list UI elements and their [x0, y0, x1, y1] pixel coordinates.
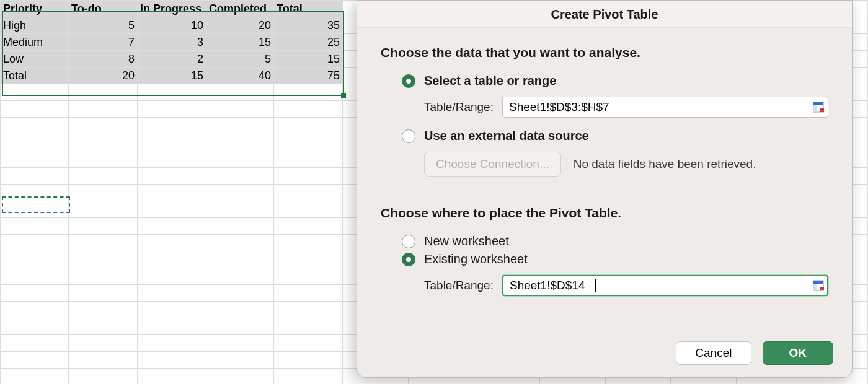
option-existing-worksheet[interactable]: Existing worksheet	[402, 252, 828, 266]
data-cell[interactable]: 15	[138, 68, 206, 84]
row-label-cell[interactable]: Medium	[1, 34, 69, 51]
data-cell[interactable]: 10	[138, 17, 206, 34]
header-cell[interactable]: Priority	[1, 1, 69, 17]
data-cell[interactable]: 20	[206, 17, 274, 34]
section-choose-placement: Choose where to place the Pivot Table.	[381, 206, 828, 220]
header-cell[interactable]: Completed	[206, 1, 274, 17]
header-cell[interactable]: Total	[274, 1, 343, 17]
dialog-title: Create Pivot Table	[357, 1, 852, 28]
no-data-fields-hint: No data fields have been retrieved.	[574, 157, 756, 171]
section-choose-data: Choose the data that you want to analyse…	[381, 45, 828, 60]
text-cursor-icon	[595, 279, 596, 292]
source-range-input[interactable]	[502, 97, 828, 118]
destination-range-input[interactable]	[502, 275, 828, 296]
data-cell[interactable]: 7	[69, 34, 138, 51]
data-cell[interactable]: 15	[274, 51, 343, 68]
data-cell[interactable]: 20	[69, 68, 138, 84]
data-cell[interactable]: 5	[206, 51, 274, 68]
create-pivot-table-dialog: Create Pivot Table Choose the data that …	[356, 0, 852, 378]
data-cell[interactable]: 2	[138, 51, 206, 68]
option-new-worksheet-label: New worksheet	[424, 234, 509, 248]
option-external-source[interactable]: Use an external data source	[402, 129, 828, 143]
destination-range-label: Table/Range:	[424, 279, 494, 292]
data-cell[interactable]: 8	[69, 51, 138, 68]
source-range-label: Table/Range:	[424, 100, 494, 114]
data-cell[interactable]: 35	[274, 17, 343, 34]
radio-existing-worksheet[interactable]	[402, 253, 415, 266]
row-label-cell[interactable]: High	[1, 17, 69, 34]
data-cell[interactable]: 40	[206, 68, 274, 84]
svg-rect-3	[820, 108, 824, 112]
option-external-source-label: Use an external data source	[424, 129, 589, 143]
option-select-range-label: Select a table or range	[424, 74, 556, 88]
section-divider	[357, 188, 852, 188]
header-cell[interactable]: In Progress	[138, 1, 206, 17]
cancel-button[interactable]: Cancel	[676, 341, 751, 365]
radio-select-range[interactable]	[402, 74, 415, 88]
svg-rect-6	[813, 284, 817, 290]
range-picker-icon[interactable]	[812, 279, 825, 292]
svg-rect-7	[820, 287, 824, 290]
radio-new-worksheet[interactable]	[402, 235, 415, 248]
data-cell[interactable]: 3	[138, 34, 206, 51]
option-new-worksheet[interactable]: New worksheet	[402, 234, 828, 248]
option-existing-worksheet-label: Existing worksheet	[424, 252, 528, 266]
svg-rect-5	[813, 281, 823, 284]
data-cell[interactable]: 15	[206, 34, 274, 51]
header-cell[interactable]: To-do	[69, 1, 138, 17]
row-label-cell[interactable]: Total	[1, 68, 69, 84]
option-select-range[interactable]: Select a table or range	[402, 74, 828, 88]
radio-external-source[interactable]	[402, 129, 415, 143]
svg-rect-1	[813, 102, 823, 105]
ok-button[interactable]: OK	[763, 341, 834, 365]
svg-rect-2	[813, 105, 817, 112]
data-cell[interactable]: 75	[274, 68, 343, 84]
row-label-cell[interactable]: Low	[1, 51, 69, 68]
data-cell[interactable]: 25	[274, 34, 343, 51]
data-cell[interactable]: 5	[69, 17, 138, 34]
range-picker-icon[interactable]	[812, 101, 825, 113]
choose-connection-button: Choose Connection...	[424, 152, 561, 177]
